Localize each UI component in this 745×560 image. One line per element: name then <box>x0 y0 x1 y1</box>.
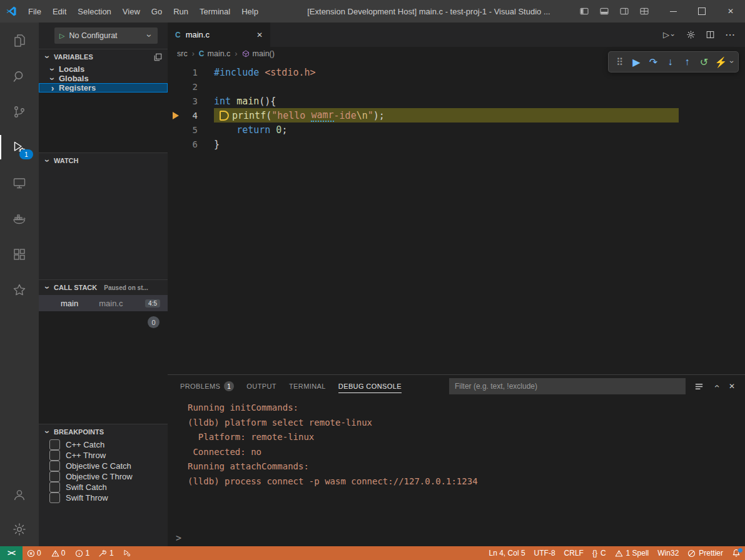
breakpoint-row[interactable]: Objective C Catch <box>39 461 168 471</box>
breadcrumb-file[interactable]: C main.c <box>199 49 231 58</box>
breadcrumb-symbol[interactable]: main() <box>242 49 275 58</box>
formatter-status[interactable]: Prettier <box>683 546 727 560</box>
breakpoints-section-header[interactable]: › BREAKPOINTS <box>39 424 168 439</box>
menu-selection[interactable]: Selection <box>72 0 116 22</box>
code-line-5[interactable]: 5 return 0; <box>168 122 745 137</box>
glyph-margin[interactable] <box>168 112 184 119</box>
menu-help[interactable]: Help <box>236 0 264 22</box>
customize-layout-icon[interactable] <box>636 4 652 19</box>
step-into-icon[interactable]: ↓ <box>662 54 679 70</box>
panel-tab-output[interactable]: OUTPUT <box>246 380 276 393</box>
run-file-button[interactable]: ▷› <box>663 30 676 39</box>
start-debug-icon[interactable]: ▷ <box>59 32 64 40</box>
remote-indicator[interactable]: >< <box>0 546 23 560</box>
notifications-bell-icon[interactable] <box>727 546 745 560</box>
watch-section-header[interactable]: › WATCH <box>39 152 168 168</box>
breakpoint-row[interactable]: Swift Throw <box>39 492 168 503</box>
breakpoint-checkbox[interactable] <box>49 450 60 461</box>
debug-console-input[interactable]: > <box>168 530 745 546</box>
running-tasks-status[interactable]: 1 <box>94 546 118 560</box>
maximize-button[interactable] <box>687 0 716 22</box>
language-mode[interactable]: {} C <box>588 546 611 560</box>
breakpoint-checkbox[interactable] <box>49 471 60 482</box>
restart-icon[interactable]: ↺ <box>696 54 712 70</box>
continue-icon[interactable]: ▶ <box>628 54 645 70</box>
bottom-panel: PROBLEMS1OUTPUTTERMINALDEBUG CONSOLE › ✕… <box>168 374 745 546</box>
menu-view[interactable]: View <box>117 0 146 22</box>
accounts-icon[interactable] <box>0 478 39 512</box>
more-actions-icon[interactable]: ⋯ <box>725 29 735 41</box>
breakpoint-row[interactable]: Objective C Throw <box>39 471 168 482</box>
breakpoint-checkbox[interactable] <box>49 461 60 471</box>
source-control-icon[interactable] <box>0 94 39 129</box>
menu-terminal[interactable]: Terminal <box>194 0 236 22</box>
panel-tab-problems[interactable]: PROBLEMS1 <box>180 380 234 393</box>
section-actions-icon[interactable] <box>154 53 162 61</box>
run-and-debug-icon[interactable]: 1 <box>0 129 39 165</box>
docker-icon[interactable] <box>0 201 39 236</box>
close-button[interactable]: ✕ <box>716 0 745 22</box>
split-editor-icon[interactable] <box>706 30 715 39</box>
code-line-2[interactable]: 2 <box>168 79 745 94</box>
code-line-3[interactable]: 3int main(){ <box>168 94 745 108</box>
menu-go[interactable]: Go <box>146 0 168 22</box>
extensions-icon[interactable] <box>0 236 39 272</box>
star-icon[interactable] <box>0 272 39 308</box>
settings-gear-icon[interactable] <box>0 512 39 546</box>
menu-run[interactable]: Run <box>168 0 194 22</box>
breakpoint-row[interactable]: Swift Catch <box>39 482 168 492</box>
tab-main-c[interactable]: C main.c ✕ <box>168 22 270 47</box>
spell-checker-status[interactable]: 1 Spell <box>611 546 654 560</box>
breadcrumb-folder[interactable]: src <box>177 49 188 58</box>
panel-tab-debug-console[interactable]: DEBUG CONSOLE <box>338 380 402 393</box>
vscode-logo-icon <box>0 6 23 17</box>
tab-close-icon[interactable]: ✕ <box>256 31 263 39</box>
code-line-4[interactable]: 4printf("hello wamr-ide\n"); <box>168 108 745 122</box>
code-line-6[interactable]: 6} <box>168 137 745 151</box>
toggle-sidebar-icon[interactable] <box>576 4 592 19</box>
console-filter-input[interactable] <box>449 378 686 394</box>
close-panel-icon[interactable]: ✕ <box>729 382 735 391</box>
explorer-icon[interactable] <box>0 22 39 58</box>
encoding[interactable]: UTF-8 <box>530 546 560 560</box>
breakpoint-checkbox[interactable] <box>49 492 60 503</box>
gear-icon[interactable] <box>686 30 696 39</box>
variables-item-globals[interactable]: ›Globals <box>39 74 168 83</box>
step-out-icon[interactable]: ↑ <box>679 54 696 70</box>
eol-sequence[interactable]: CRLF <box>560 546 588 560</box>
remote-explorer-icon[interactable] <box>0 165 39 201</box>
toggle-panel-icon[interactable] <box>596 4 612 19</box>
problems-status[interactable]: 0 0 1 <box>23 546 94 560</box>
chevron-down-icon: › <box>44 284 51 291</box>
step-over-icon[interactable]: ↷ <box>645 54 662 70</box>
menu-file[interactable]: File <box>23 0 47 22</box>
menu-edit[interactable]: Edit <box>47 0 72 22</box>
stack-frame-row[interactable]: main main.c 4:5 <box>39 295 168 311</box>
c-file-icon: C <box>175 31 181 39</box>
symbol-cube-icon <box>242 50 250 58</box>
search-icon[interactable] <box>0 58 39 94</box>
session-picker-chevron-icon[interactable]: › <box>724 58 740 66</box>
code-editor[interactable]: 1#include <stdio.h>23int main(){4printf(… <box>168 61 745 374</box>
callstack-section-header[interactable]: › CALL STACK Paused on st... <box>39 279 168 295</box>
warning-icon <box>51 549 59 558</box>
config-dropdown[interactable]: ▷ No Configurat › <box>54 28 158 44</box>
variables-item-registers[interactable]: ›Registers <box>39 83 168 92</box>
toggle-secondary-sidebar-icon[interactable] <box>616 4 632 19</box>
output-actions-icon[interactable] <box>694 382 704 391</box>
warning-icon <box>615 549 623 558</box>
cursor-position[interactable]: Ln 4, Col 5 <box>485 546 530 560</box>
breakpoint-row[interactable]: C++ Throw <box>39 450 168 461</box>
breakpoint-checkbox[interactable] <box>49 482 60 492</box>
variables-section-header[interactable]: › VARIABLES <box>39 49 168 64</box>
breakpoint-checkbox[interactable] <box>49 439 60 450</box>
minimize-button[interactable] <box>659 0 687 22</box>
breakpoint-row[interactable]: C++ Catch <box>39 439 168 450</box>
panel-tab-terminal[interactable]: TERMINAL <box>289 380 326 393</box>
variables-item-locals[interactable]: ›Locals <box>39 64 168 74</box>
platform-target[interactable]: Win32 <box>653 546 683 560</box>
drag-handle-icon[interactable]: ⠿ <box>611 54 628 70</box>
debug-session-icon[interactable] <box>118 546 136 560</box>
chevron-down-icon: › <box>146 32 153 39</box>
maximize-panel-icon[interactable]: › <box>713 383 719 389</box>
